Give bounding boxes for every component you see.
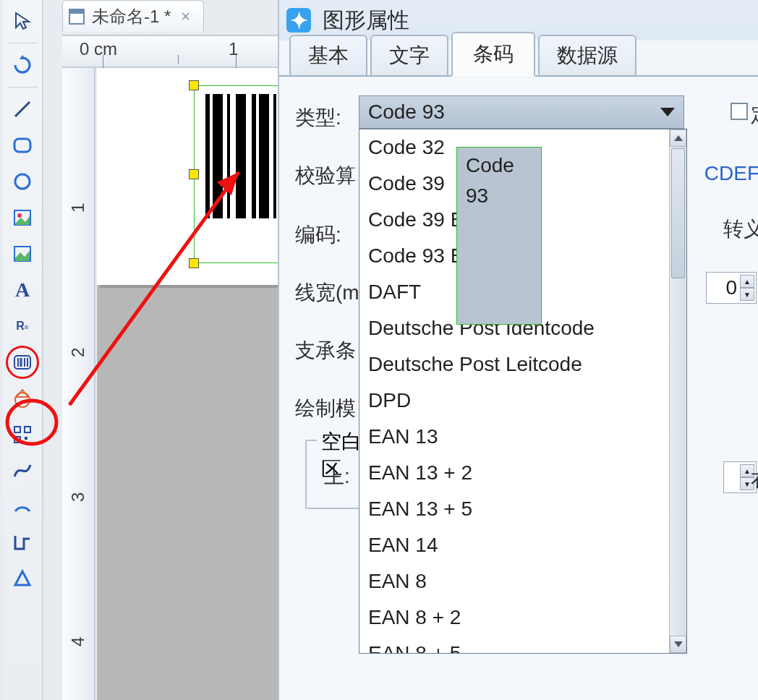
svg-rect-13: [25, 427, 30, 432]
tab-datasource[interactable]: 数据源: [538, 35, 636, 75]
rotate-tool[interactable]: [6, 48, 39, 82]
polygon-tool[interactable]: [6, 563, 39, 596]
type-option[interactable]: EAN 13 + 5: [359, 491, 686, 527]
spinner-up[interactable]: ▲: [740, 275, 754, 288]
tab-barcode[interactable]: 条码: [451, 32, 535, 77]
type-option[interactable]: Deutsche Post Leitcode: [359, 346, 686, 383]
type-option[interactable]: EAN 8 + 5: [359, 636, 686, 654]
type-combo[interactable]: Code 93: [359, 95, 684, 129]
label-escape-fragment: 转义: [723, 215, 758, 243]
svg-rect-15: [25, 437, 27, 440]
curve-tool[interactable]: [6, 454, 39, 487]
svg-rect-1: [14, 139, 30, 152]
chevron-down-icon: [660, 108, 675, 116]
linewidth-spinner[interactable]: 0 ▲▼: [706, 272, 757, 304]
polyline-tool[interactable]: [6, 526, 39, 560]
ruler-v-mark: 4: [68, 637, 88, 646]
svg-line-0: [15, 102, 30, 116]
svg-point-11: [15, 393, 30, 407]
type-option[interactable]: EAN 13: [359, 419, 686, 455]
spinner-value: 0: [725, 276, 737, 299]
properties-panel: ✦ 图形属性 基本 文字 条码 数据源 类型: 校验算 编码: 线宽(m 支承条…: [278, 0, 758, 700]
label-quiet-top: 上:: [324, 463, 350, 490]
type-dropdown[interactable]: Code 32 Code 39 Code 39 Extended Code 93…: [359, 129, 687, 654]
svg-rect-14: [14, 437, 20, 443]
panel-title-text: 图形属性: [323, 6, 409, 35]
type-option[interactable]: DPD: [359, 383, 686, 419]
close-icon[interactable]: ×: [181, 7, 190, 26]
resize-handle[interactable]: [189, 80, 199, 90]
resize-handle[interactable]: [189, 258, 199, 268]
type-option[interactable]: EAN 8: [359, 563, 686, 599]
scroll-thumb[interactable]: [671, 148, 685, 278]
toolbar-separator: [7, 87, 38, 88]
ruler-origin-label: 0 cm: [80, 39, 117, 59]
text-cdef-fragment: CDEF: [704, 162, 758, 185]
ellipse-tool[interactable]: [6, 165, 39, 198]
scroll-up-button[interactable]: [670, 129, 686, 147]
line-tool[interactable]: [6, 93, 39, 126]
svg-rect-12: [14, 427, 20, 432]
pointer-tool[interactable]: [6, 4, 39, 38]
image-tool[interactable]: [6, 201, 39, 234]
label-type: 类型:: [295, 104, 341, 132]
label-checksum: 校验算: [295, 162, 356, 189]
picture-tool[interactable]: [6, 237, 39, 270]
resize-handle[interactable]: [189, 169, 199, 179]
window-icon: [69, 9, 85, 25]
label-linewidth: 线宽(m: [295, 279, 359, 307]
toolbar-separator: [7, 43, 38, 43]
document-tab[interactable]: 未命名-1 * ×: [62, 0, 204, 32]
custom-checkbox[interactable]: [731, 103, 748, 120]
panel-icon: ✦: [286, 8, 311, 33]
shape-tool[interactable]: [6, 382, 39, 415]
type-option[interactable]: EAN 8 + 2: [359, 599, 686, 636]
barcode-tool[interactable]: [6, 346, 39, 379]
qrcode-tool[interactable]: [6, 418, 39, 451]
ruler-v-mark: 3: [68, 492, 88, 502]
ruler-vertical: 1 2 3 4: [62, 68, 95, 700]
type-combo-value: Code 93: [368, 101, 445, 124]
richtext-tool[interactable]: R≡: [6, 310, 39, 343]
type-option[interactable]: EAN 13 + 2: [359, 455, 686, 491]
svg-point-2: [15, 174, 30, 189]
label-encoding: 编码:: [295, 221, 341, 249]
selection-box: [194, 85, 279, 263]
svg-point-4: [17, 213, 22, 218]
spinner-down[interactable]: ▼: [740, 288, 754, 301]
type-option-selected[interactable]: Code 93: [456, 147, 542, 325]
ruler-h-mark: 1: [229, 39, 238, 59]
dropdown-scrollbar[interactable]: [669, 129, 686, 653]
panel-tabs: 基本 文字 条码 数据源: [279, 40, 758, 77]
ruler-v-mark: 2: [68, 348, 88, 357]
left-toolbar: A R≡: [3, 0, 43, 700]
text-tool[interactable]: A: [6, 273, 39, 307]
document-title: 未命名-1 *: [92, 5, 171, 28]
arc-tool[interactable]: [6, 490, 39, 524]
scroll-track[interactable]: [670, 147, 686, 636]
rounded-rect-tool[interactable]: [6, 129, 39, 162]
label-bearer: 支承条: [295, 337, 356, 364]
tab-text[interactable]: 文字: [370, 35, 448, 75]
type-option[interactable]: EAN 14: [359, 527, 686, 563]
label-right-fragment: 右: [751, 466, 758, 493]
scroll-down-button[interactable]: [670, 636, 686, 653]
label-custom-fragment: 定: [751, 101, 758, 129]
label-drawmode: 绘制模: [295, 395, 356, 422]
panel-body: 类型: 校验算 编码: 线宽(m 支承条 绘制模 Code 93 定 CDEF …: [279, 78, 758, 700]
tab-basic[interactable]: 基本: [289, 35, 367, 75]
ruler-v-mark: 1: [68, 203, 88, 213]
